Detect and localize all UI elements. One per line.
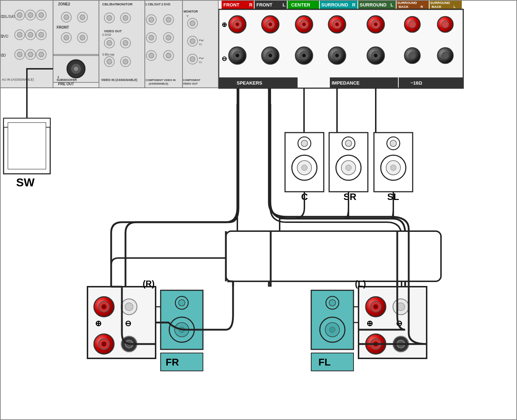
- svg-point-65: [301, 140, 308, 147]
- svg-point-33: [39, 32, 44, 37]
- dvd-label: 2 DVD: [161, 3, 170, 6]
- svg-point-42: [80, 35, 85, 40]
- main-diagram: FRONT R FRONT L CENTER SURROUND R SURROU…: [0, 0, 517, 420]
- speakers-label: SPEAKERS: [237, 80, 262, 86]
- svg-point-30: [39, 13, 44, 18]
- pw-cr-top-label: Pw/: [199, 39, 204, 42]
- svg-point-2: [236, 23, 239, 26]
- svg-point-35: [28, 52, 33, 57]
- svg-point-73: [390, 165, 396, 171]
- y-label: Y: [186, 14, 189, 18]
- svg-point-8: [269, 54, 272, 57]
- svg-point-40: [80, 15, 85, 20]
- svg-point-67: [302, 165, 307, 171]
- svg-point-38: [74, 67, 78, 71]
- front-l-side: L: [283, 2, 285, 8]
- svg-point-28: [17, 13, 22, 18]
- fl-plus-label: ⊕: [366, 319, 373, 328]
- svg-point-14: [335, 23, 339, 26]
- subwoofer-label2: SUBWOOFER: [57, 78, 77, 82]
- surround-back-r-label2: BACK: [399, 5, 409, 9]
- svg-point-21: [409, 21, 416, 28]
- pw-cr-bot-label2: Cr: [199, 61, 202, 64]
- fl-label-bg: [311, 353, 354, 371]
- svg-point-48: [123, 59, 128, 64]
- svg-point-96: [329, 327, 335, 333]
- surround-l-side: L: [390, 2, 393, 8]
- component-video-out-label2: VIDEO OUT: [183, 82, 198, 85]
- l-label: (L): [355, 279, 366, 288]
- sw-label: SW: [16, 176, 35, 189]
- component-assignable-label: (ASSIGNABLE): [149, 82, 169, 85]
- svg-point-18: [374, 23, 378, 26]
- fl-label: FL: [318, 357, 331, 368]
- svg-point-68: [345, 140, 352, 147]
- surround-back-r-side: R: [421, 5, 423, 9]
- svg-point-43: [107, 15, 112, 20]
- svg-point-34: [17, 52, 22, 57]
- svg-point-57: [190, 57, 195, 62]
- svg-text:CBL/SAT: CBL/SAT: [1, 15, 15, 19]
- ohm-label: ~16Ω: [411, 80, 422, 86]
- svg-point-32: [28, 32, 33, 37]
- surround-back-l-side: L: [454, 5, 456, 9]
- svg-point-55: [190, 21, 195, 26]
- svg-point-39: [64, 15, 69, 20]
- pw-cr-top-label2: Cr: [199, 43, 202, 46]
- svg-point-31: [17, 32, 22, 37]
- svg-point-56: [190, 39, 195, 44]
- surround-r-label: SURROUND: [321, 2, 348, 8]
- plus-label: ⊕: [222, 21, 227, 28]
- center-label: CENTER: [291, 2, 310, 8]
- video-out-label: VIDEO OUT: [104, 29, 122, 33]
- front-l-label: FRONT: [256, 2, 272, 8]
- svg-point-23: [442, 21, 449, 28]
- svg-point-20: [374, 54, 378, 57]
- svg-point-4: [236, 54, 239, 57]
- svg-point-80: [101, 304, 106, 309]
- svg-point-36: [39, 52, 44, 57]
- svg-point-49: [149, 17, 154, 22]
- fr-minus-label: ⊖: [125, 319, 131, 328]
- svg-point-6: [269, 23, 272, 26]
- svg-rect-59: [8, 123, 46, 169]
- audio-in-label: AU IN (ASSIGNABLE): [2, 78, 34, 81]
- component-video-in-label: COMPONENT VIDEO IN: [146, 78, 176, 82]
- fr-label: FR: [166, 357, 179, 368]
- svg-point-47: [107, 59, 112, 64]
- dvd2-label: 2 DVD: [102, 33, 111, 37]
- svg-point-45: [107, 40, 112, 46]
- svg-point-71: [390, 140, 397, 147]
- video-in-assign-label: VIDEO IN (ASSIGNABLE): [101, 78, 137, 82]
- svg-point-94: [329, 300, 336, 306]
- front-r-side: R: [249, 2, 253, 8]
- svg-point-81: [125, 303, 133, 311]
- zone2-label: ZONE2: [58, 2, 70, 6]
- fr-plus-label: ⊕: [95, 319, 101, 328]
- bluray-label: 3 Blu-ray: [102, 53, 115, 56]
- svg-point-46: [123, 40, 128, 46]
- svg-text:DVD: DVD: [1, 34, 8, 38]
- svg-text:CD: CD: [1, 53, 6, 57]
- svg-point-89: [373, 304, 378, 309]
- pw-cr-bot-label: Pw/: [199, 57, 204, 60]
- svg-point-85: [179, 300, 185, 306]
- svg-point-12: [302, 54, 306, 57]
- minus-label: ⊖: [222, 55, 227, 62]
- surround-r-side: R: [352, 2, 356, 8]
- surround-back-r-label: SURROUND: [397, 1, 417, 5]
- svg-point-53: [166, 35, 171, 40]
- svg-point-50: [149, 35, 154, 40]
- surround-back-l-label2: BACK: [432, 5, 442, 9]
- component-video-out-label: COMPONENT: [183, 78, 200, 82]
- monitor-out-label: MONITOR: [184, 10, 198, 13]
- monitor-label: MONITOR: [117, 2, 133, 6]
- surround-back-l-label: SURROUND: [430, 1, 450, 5]
- svg-point-54: [166, 53, 171, 58]
- svg-point-29: [28, 13, 33, 18]
- cbl-sat-label: 1 CBL/SAT: [145, 3, 161, 6]
- cbl-bat-label: CBL/BAT: [102, 2, 117, 6]
- r-label: (R): [143, 279, 155, 288]
- pre-out-label: PRE OUT: [58, 82, 74, 86]
- svg-point-70: [346, 165, 351, 171]
